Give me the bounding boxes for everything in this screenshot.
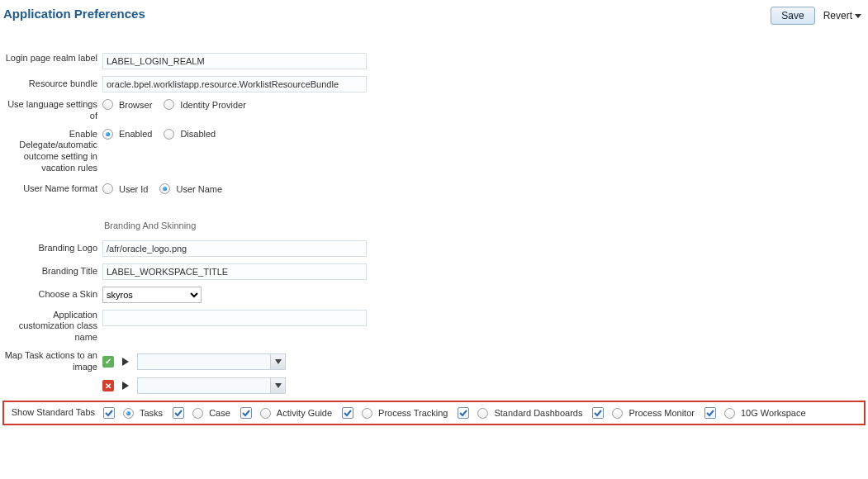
chevron-down-icon bbox=[270, 354, 285, 369]
tab-label: Process Monitor bbox=[628, 408, 694, 418]
tab-item: Process Tracking bbox=[342, 407, 448, 419]
tab-default-radio[interactable] bbox=[612, 408, 623, 419]
tab-default-radio[interactable] bbox=[260, 408, 271, 419]
cross-icon: ✕ bbox=[102, 380, 114, 391]
tab-checkbox[interactable] bbox=[458, 407, 469, 419]
radio-identity-provider[interactable] bbox=[164, 99, 174, 110]
use-language-label: Use language settings of bbox=[0, 99, 102, 122]
branding-section-heading: Branding And Skinning bbox=[104, 221, 868, 230]
tab-checkbox[interactable] bbox=[704, 407, 716, 419]
radio-enabled[interactable] bbox=[102, 129, 113, 140]
custom-class-input[interactable] bbox=[102, 310, 367, 326]
use-language-group: Browser Identity Provider bbox=[102, 99, 254, 110]
tab-label: 10G Workspace bbox=[741, 408, 806, 418]
tab-item: 10G Workspace bbox=[704, 407, 806, 419]
login-realm-input[interactable] bbox=[102, 53, 367, 69]
tab-default-radio[interactable] bbox=[192, 408, 203, 419]
tab-default-radio[interactable] bbox=[362, 408, 372, 419]
tab-item: Activity Guide bbox=[240, 407, 332, 419]
chevron-down-icon bbox=[855, 14, 861, 18]
save-button[interactable]: Save bbox=[771, 7, 814, 25]
radio-username[interactable] bbox=[159, 183, 170, 194]
check-icon: ✓ bbox=[102, 356, 114, 368]
tab-label: Case bbox=[209, 408, 230, 418]
branding-title-input[interactable] bbox=[102, 263, 367, 280]
tab-default-radio[interactable] bbox=[477, 408, 488, 419]
choose-skin-select[interactable]: skyros bbox=[102, 287, 202, 303]
show-standard-tabs-label: Show Standard Tabs bbox=[4, 407, 103, 419]
radio-browser-label: Browser bbox=[119, 100, 152, 110]
chevron-down-icon bbox=[270, 378, 285, 393]
tab-checkbox[interactable] bbox=[173, 407, 184, 419]
page-title: Application Preferences bbox=[3, 7, 145, 21]
enable-delegate-label: Enable Delegate/automatic outcome settin… bbox=[0, 129, 102, 174]
radio-disabled[interactable] bbox=[164, 129, 174, 140]
radio-userid-label: User Id bbox=[119, 184, 148, 194]
custom-class-label: Application customization class name bbox=[0, 310, 102, 344]
tab-item: Case bbox=[173, 407, 230, 419]
map-action-reject-select[interactable] bbox=[137, 377, 286, 394]
resource-bundle-input[interactable] bbox=[102, 76, 367, 92]
tab-checkbox[interactable] bbox=[592, 407, 604, 419]
enable-delegate-group: Enabled Disabled bbox=[102, 129, 224, 140]
username-format-group: User Id User Name bbox=[102, 183, 230, 194]
tab-item: Process Monitor bbox=[592, 407, 694, 419]
tab-item: Tasks bbox=[103, 407, 163, 419]
radio-username-label: User Name bbox=[176, 184, 222, 194]
branding-logo-label: Branding Logo bbox=[0, 243, 102, 254]
branding-title-label: Branding Title bbox=[0, 266, 102, 277]
resource-bundle-label: Resource bundle bbox=[0, 78, 102, 90]
radio-browser[interactable] bbox=[102, 99, 113, 110]
username-format-label: User Name format bbox=[0, 183, 102, 195]
branding-logo-input[interactable] bbox=[102, 240, 367, 257]
login-realm-label: Login page realm label bbox=[0, 53, 102, 64]
tab-checkbox[interactable] bbox=[342, 407, 353, 419]
tab-default-radio[interactable] bbox=[724, 408, 735, 419]
tab-checkbox[interactable] bbox=[103, 407, 115, 419]
arrow-right-icon bbox=[122, 358, 129, 366]
tab-item: Standard Dashboards bbox=[458, 407, 582, 419]
choose-skin-label: Choose a Skin bbox=[0, 289, 102, 301]
tab-label: Standard Dashboards bbox=[494, 408, 582, 418]
radio-userid[interactable] bbox=[102, 183, 113, 194]
radio-enabled-label: Enabled bbox=[119, 129, 152, 139]
show-standard-tabs-group: Show Standard Tabs TasksCaseActivity Gui… bbox=[2, 401, 866, 425]
map-action-approve-select[interactable] bbox=[137, 353, 286, 370]
revert-menu[interactable]: Revert bbox=[823, 10, 861, 21]
tab-default-radio[interactable] bbox=[123, 408, 134, 419]
tab-label: Activity Guide bbox=[277, 408, 332, 418]
tab-label: Process Tracking bbox=[378, 408, 448, 418]
tab-checkbox[interactable] bbox=[240, 407, 252, 419]
map-actions-label: Map Task actions to an image bbox=[0, 350, 102, 373]
radio-disabled-label: Disabled bbox=[180, 129, 216, 139]
radio-identity-provider-label: Identity Provider bbox=[180, 100, 245, 110]
arrow-right-icon bbox=[122, 382, 129, 390]
revert-label: Revert bbox=[823, 10, 852, 21]
tab-label: Tasks bbox=[140, 408, 163, 418]
